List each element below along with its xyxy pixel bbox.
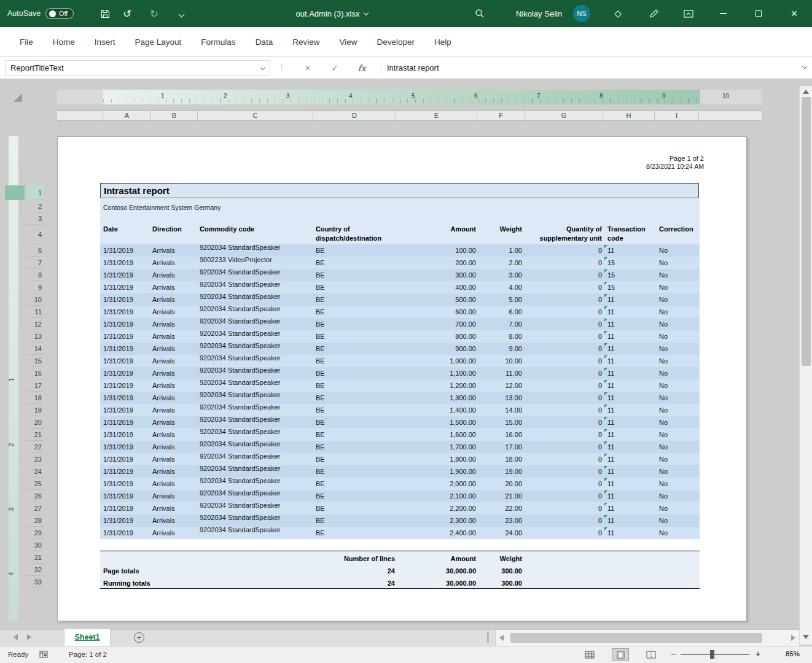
- cell-amount[interactable]: 900.00: [396, 343, 477, 355]
- vertical-scrollbar[interactable]: [799, 86, 812, 645]
- cell-correction[interactable]: No: [655, 404, 700, 416]
- cell-transaction[interactable]: 11: [603, 244, 655, 257]
- cell-weight[interactable]: 21.00: [477, 490, 525, 502]
- cell-transaction[interactable]: 11: [603, 404, 655, 416]
- cell-date[interactable]: 1/31/2019: [100, 343, 152, 355]
- select-all-corner[interactable]: [14, 93, 22, 102]
- report-row[interactable]: 1/31/2019Arrivals9202034 StandardSpeaker…: [100, 404, 700, 416]
- report-title-cell[interactable]: Intrastat report: [100, 183, 699, 198]
- cell-quantity[interactable]: 0: [525, 465, 603, 478]
- row-header-7[interactable]: 7: [27, 257, 44, 269]
- scroll-down-icon[interactable]: [803, 635, 809, 639]
- column-header-h[interactable]: H: [603, 111, 655, 120]
- cell-transaction[interactable]: 11: [603, 441, 655, 453]
- cell-quantity[interactable]: 0: [525, 330, 603, 343]
- cell-quantity[interactable]: 0: [525, 428, 603, 441]
- cell-date[interactable]: 1/31/2019: [100, 527, 152, 539]
- cell-country[interactable]: BE: [315, 343, 396, 355]
- cell-date[interactable]: 1/31/2019: [100, 269, 152, 281]
- normal-view-button[interactable]: [581, 648, 598, 661]
- row-header-1[interactable]: 1: [27, 185, 44, 200]
- cell-date[interactable]: 1/31/2019: [100, 490, 152, 502]
- cell-amount[interactable]: 2,300.00: [396, 514, 477, 527]
- cell-correction[interactable]: No: [655, 355, 700, 367]
- cell-date[interactable]: 1/31/2019: [100, 465, 152, 478]
- report-row[interactable]: 1/31/2019Arrivals9202034 StandardSpeaker…: [100, 343, 700, 355]
- cell-weight[interactable]: 9.00: [477, 343, 525, 355]
- cell-direction[interactable]: Arrivals: [152, 404, 199, 416]
- cell-correction[interactable]: No: [655, 441, 700, 453]
- maximize-button[interactable]: [741, 0, 776, 27]
- cell-commodity[interactable]: 9202034 StandardSpeaker: [199, 303, 315, 315]
- row-header-9[interactable]: 9: [27, 281, 44, 293]
- column-header-g[interactable]: G: [525, 111, 603, 120]
- report-row[interactable]: 1/31/2019Arrivals9202034 StandardSpeaker…: [100, 416, 700, 428]
- totals-header-lines[interactable]: Number of lines: [100, 552, 396, 565]
- cell-transaction[interactable]: 11: [603, 490, 655, 502]
- cell-country[interactable]: BE: [315, 416, 396, 428]
- cell-date[interactable]: 1/31/2019: [100, 404, 152, 416]
- cell-weight[interactable]: 23.00: [477, 514, 525, 527]
- autosave-control[interactable]: AutoSave Off: [7, 0, 74, 27]
- cell-commodity[interactable]: 9202034 StandardSpeaker: [199, 475, 315, 487]
- cell-commodity[interactable]: 9202034 StandardSpeaker: [199, 499, 315, 511]
- name-box-dropdown-icon[interactable]: [260, 65, 265, 70]
- cell-commodity[interactable]: 9202034 StandardSpeaker: [199, 278, 315, 290]
- ribbon-tab-file[interactable]: File: [10, 37, 43, 47]
- zoom-slider-track[interactable]: [681, 654, 749, 655]
- cell-quantity[interactable]: 0: [525, 269, 603, 281]
- cell-quantity[interactable]: 0: [525, 293, 603, 306]
- cell-commodity[interactable]: 9202034 StandardSpeaker: [199, 241, 315, 254]
- cell-quantity[interactable]: 0: [525, 379, 603, 392]
- row-header-6[interactable]: 6: [27, 244, 44, 257]
- formula-input[interactable]: Intrastat report: [381, 60, 791, 76]
- cell-country[interactable]: BE: [315, 478, 396, 490]
- report-row[interactable]: 1/31/2019Arrivals9202034 StandardSpeaker…: [100, 490, 700, 502]
- column-header-f[interactable]: F: [477, 111, 525, 120]
- cell-direction[interactable]: Arrivals: [152, 514, 199, 527]
- cell-country[interactable]: BE: [315, 502, 396, 514]
- row-header-17[interactable]: 17: [27, 379, 44, 392]
- row-header-15[interactable]: 15: [27, 355, 44, 367]
- cell-commodity[interactable]: 9202034 StandardSpeaker: [199, 425, 315, 438]
- cell-correction[interactable]: No: [655, 379, 700, 392]
- ribbon-display-options-icon[interactable]: [681, 0, 697, 27]
- cell-quantity[interactable]: 0: [525, 306, 603, 318]
- cell-amount[interactable]: 300.00: [396, 269, 477, 281]
- cell-commodity[interactable]: 9202034 StandardSpeaker: [199, 511, 315, 524]
- totals-header-weight[interactable]: Weight: [477, 552, 525, 565]
- page-layout-view-button[interactable]: [612, 648, 629, 661]
- cell-correction[interactable]: No: [655, 330, 700, 343]
- cell-date[interactable]: 1/31/2019: [100, 293, 152, 306]
- cell-transaction[interactable]: 11: [603, 367, 655, 379]
- cell-commodity[interactable]: 9202034 StandardSpeaker: [199, 401, 315, 413]
- cell-weight[interactable]: 12.00: [477, 379, 525, 392]
- cell-amount[interactable]: 2,100.00: [396, 490, 477, 502]
- formula-bar-handle[interactable]: ⋮: [278, 62, 286, 71]
- row-header-29[interactable]: 29: [27, 527, 44, 539]
- cell-transaction[interactable]: 15: [603, 269, 655, 281]
- page-totals-row[interactable]: Page totals 24 30,000.00 300.00: [100, 565, 700, 577]
- cell-amount[interactable]: 600.00: [396, 306, 477, 318]
- column-header-c[interactable]: C: [198, 111, 313, 120]
- cell-correction[interactable]: No: [655, 527, 700, 539]
- cell-commodity[interactable]: 9202034 StandardSpeaker: [199, 290, 315, 303]
- report-row[interactable]: 1/31/2019Arrivals9202034 StandardSpeaker…: [100, 281, 700, 293]
- cell-date[interactable]: 1/31/2019: [100, 244, 152, 257]
- cell-date[interactable]: 1/31/2019: [100, 318, 152, 330]
- cell-amount[interactable]: 2,200.00: [396, 502, 477, 514]
- report-row[interactable]: 1/31/2019Arrivals9202034 StandardSpeaker…: [100, 269, 700, 281]
- cell-transaction[interactable]: 11: [603, 379, 655, 392]
- cell-direction[interactable]: Arrivals: [152, 441, 199, 453]
- cell-commodity[interactable]: 9202034 StandardSpeaker: [199, 487, 315, 499]
- row-header-27[interactable]: 27: [27, 502, 44, 514]
- scroll-right-icon[interactable]: [791, 635, 795, 641]
- cell-direction[interactable]: Arrivals: [152, 502, 199, 514]
- cell-date[interactable]: 1/31/2019: [100, 306, 152, 318]
- cell-amount[interactable]: 1,400.00: [396, 404, 477, 416]
- cell-country[interactable]: BE: [315, 453, 396, 465]
- cell-transaction[interactable]: 11: [603, 343, 655, 355]
- cell-date[interactable]: 1/31/2019: [100, 355, 152, 367]
- cell-transaction[interactable]: 11: [603, 306, 655, 318]
- cell-date[interactable]: 1/31/2019: [100, 502, 152, 514]
